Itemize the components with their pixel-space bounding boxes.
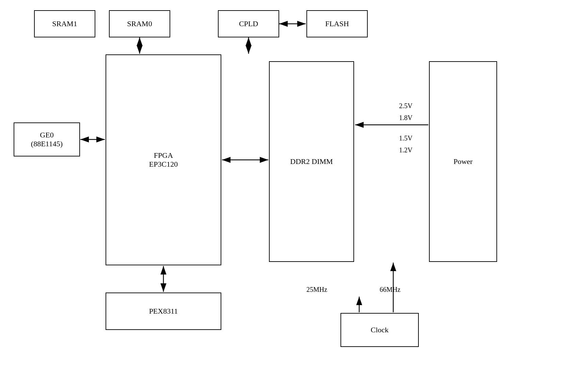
voltage-25v-label: 2.5V xyxy=(399,102,412,110)
power-label: Power xyxy=(454,157,473,166)
pex-label: PEX8311 xyxy=(149,307,178,316)
fpga-block: FPGAEP3C120 xyxy=(106,54,221,265)
ddr2-label: DDR2 DIMM xyxy=(290,157,333,166)
diagram: SRAM1 SRAM0 CPLD FLASH GE0(88E1145) FPGA… xyxy=(0,0,588,366)
cpld-label: CPLD xyxy=(239,19,258,28)
ge0-label: GE0(88E1145) xyxy=(31,131,63,148)
flash-label: FLASH xyxy=(325,19,349,28)
freq-66mhz-label: 66MHz xyxy=(380,286,400,294)
cpld-block: CPLD xyxy=(218,10,279,37)
pex-block: PEX8311 xyxy=(106,293,221,330)
power-block: Power xyxy=(429,61,497,262)
ge0-block: GE0(88E1145) xyxy=(14,122,80,156)
flash-block: FLASH xyxy=(306,10,368,37)
fpga-label: FPGAEP3C120 xyxy=(149,151,178,169)
voltage-18v-label: 1.8V xyxy=(399,114,412,122)
sram0-block: SRAM0 xyxy=(109,10,170,37)
ddr2-block: DDR2 DIMM xyxy=(269,61,354,262)
clock-block: Clock xyxy=(340,313,419,347)
sram1-block: SRAM1 xyxy=(34,10,95,37)
freq-25mhz-label: 25MHz xyxy=(306,286,327,294)
voltage-12v-label: 1.2V xyxy=(399,146,412,154)
sram0-label: SRAM0 xyxy=(127,19,152,28)
clock-label: Clock xyxy=(371,326,389,334)
voltage-15v-label: 1.5V xyxy=(399,134,412,142)
sram1-label: SRAM1 xyxy=(52,19,77,28)
